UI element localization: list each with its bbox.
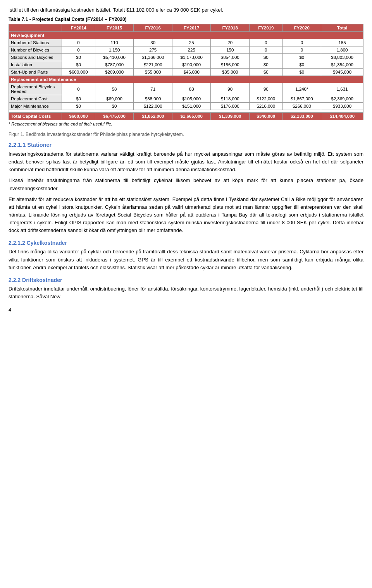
table-cell: $854,000 [211, 54, 250, 61]
table-cell: 83 [172, 83, 211, 95]
table-cell: $176,000 [211, 103, 250, 110]
table-cell: $1,366,000 [134, 54, 172, 61]
col-header-total: Total [321, 24, 363, 32]
table-title: Table 7.1 - Projected Capital Costs (FY2… [9, 17, 363, 22]
col-header-fy2020: FY2020 [282, 24, 321, 32]
table-cell: $1,173,000 [172, 54, 211, 61]
col-header-fy2015: FY2015 [95, 24, 134, 32]
table-header-row: FY2014 FY2015 FY2016 FY2017 FY2018 FY201… [9, 24, 363, 32]
section-221-para3: Ett alternativ för att reducera kostnade… [9, 196, 363, 235]
table-cell: 0 [249, 39, 282, 46]
table-cell: 90 [211, 83, 250, 95]
table-cell: $0 [62, 103, 95, 110]
col-header-fy2019: FY2019 [249, 24, 282, 32]
table-cell: $105,000 [172, 95, 211, 103]
table-cell: Total Capital Costs [9, 113, 62, 120]
table-cell: $46,000 [172, 69, 211, 76]
table-cell: 1,150 [95, 46, 134, 54]
col-header-fy2017: FY2017 [172, 24, 211, 32]
table-cell: $69,000 [95, 95, 134, 103]
table-cell: $0 [282, 61, 321, 69]
figure-caption: Figur 1. Bedömda investeringskostnader f… [9, 132, 363, 137]
table-cell: Replacement Cost [9, 95, 62, 103]
section-221-heading: 2.2.1.1 Stationer [9, 142, 363, 148]
table-cell: $1,665,000 [172, 113, 211, 120]
table-cell: Major Maintenance [9, 103, 62, 110]
table-cell: 185 [321, 39, 363, 46]
table-cell: 58 [95, 83, 134, 95]
table-cell: $221,000 [134, 61, 172, 69]
table-cell: $0 [249, 61, 282, 69]
table-cell: $122,000 [134, 103, 172, 110]
table-cell: $0 [62, 54, 95, 61]
table-cell: $151,000 [172, 103, 211, 110]
table-cell: 1,240* [282, 83, 321, 95]
table-cell: Number of Stations [9, 39, 62, 46]
table-cell: 71 [134, 83, 172, 95]
table-cell: $209,000 [95, 69, 134, 76]
table-cell: $1,852,000 [134, 113, 172, 120]
section-221-para2: Likaså innebär anslutningarna från stati… [9, 177, 363, 192]
table-cell: 225 [172, 46, 211, 54]
table-cell: Installation [9, 61, 62, 69]
section-223-heading: 2.2.2 Driftskostnader [9, 277, 363, 283]
table-cell: 30 [134, 39, 172, 46]
section-223-para1: Driftskostnader innefattar underhåll, om… [9, 285, 363, 301]
table-cell: $600,000 [62, 69, 95, 76]
table-cell: $0 [249, 54, 282, 61]
table-cell: $14,404,000 [321, 113, 363, 120]
table-cell: $190,000 [172, 61, 211, 69]
table-cell: Replacement Bicycles Needed [9, 83, 62, 95]
table-cell: $218,000 [249, 103, 282, 110]
table-cell: 1,631 [321, 83, 363, 95]
table-cell: $787,000 [95, 61, 134, 69]
table-cell: $122,000 [249, 95, 282, 103]
table-cell: 0 [62, 46, 95, 54]
table-cell: $0 [249, 69, 282, 76]
table-cell: 0 [282, 46, 321, 54]
table-cell: $55,000 [134, 69, 172, 76]
table-cell: $600,000 [62, 113, 95, 120]
table-cell: 1.800 [321, 46, 363, 54]
table-cell: 0 [249, 46, 282, 54]
table-footnote: * Replacement of bicycles at the end of … [9, 122, 363, 126]
table-container: Table 7.1 - Projected Capital Costs (FY2… [9, 17, 363, 126]
table-cell: $118,000 [211, 95, 250, 103]
section-222-para1: Det finns många olika varianter på cykla… [9, 248, 363, 271]
table-cell: $8,803,000 [321, 54, 363, 61]
table-cell: $156,000 [211, 61, 250, 69]
page-number: 4 [9, 307, 363, 313]
table-cell: $0 [62, 95, 95, 103]
table-cell: 0 [282, 39, 321, 46]
table-cell: Start-Up and Parts [9, 69, 62, 76]
col-header-fy2018: FY2018 [211, 24, 250, 32]
intro-text: istället till den driftsmässiga kostnade… [9, 7, 363, 13]
table-cell: 150 [211, 46, 250, 54]
col-header-fy2016: FY2016 [134, 24, 172, 32]
section-221-para1: Investeringskostnaderna för stationerna … [9, 150, 363, 174]
table-cell: $340,000 [249, 113, 282, 120]
table-section-header: New Equipment [9, 32, 363, 39]
table-cell: 90 [249, 83, 282, 95]
capital-costs-table: FY2014 FY2015 FY2016 FY2017 FY2018 FY201… [9, 24, 363, 120]
table-cell: 20 [211, 39, 250, 46]
table-cell: $0 [95, 103, 134, 110]
table-cell: $266,000 [282, 103, 321, 110]
table-cell: $0 [282, 54, 321, 61]
table-cell: 110 [95, 39, 134, 46]
table-cell: $2,369,000 [321, 95, 363, 103]
table-cell: $1,354,000 [321, 61, 363, 69]
table-cell: $88,000 [134, 95, 172, 103]
table-section-header: Replacement and Maintenance [9, 76, 363, 83]
table-cell: $933,000 [321, 103, 363, 110]
table-cell: $2,133,000 [282, 113, 321, 120]
section-222-heading: 2.2.1.2 Cykelkostnader [9, 240, 363, 246]
table-cell: $0 [282, 69, 321, 76]
table-cell: 0 [62, 39, 95, 46]
table-cell: Number of Bicycles [9, 46, 62, 54]
table-cell: 0 [62, 83, 95, 95]
table-cell: $945,000 [321, 69, 363, 76]
table-cell: Stations and Bicycles [9, 54, 62, 61]
table-cell: $5,410,000 [95, 54, 134, 61]
table-cell: $1,339,000 [211, 113, 250, 120]
